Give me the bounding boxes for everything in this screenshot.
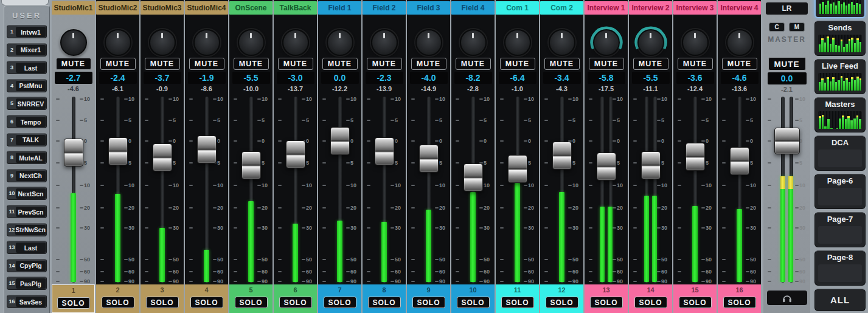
fader-cap[interactable] [464, 163, 483, 191]
solo-button[interactable]: SOLO [590, 297, 623, 308]
channel-footer[interactable]: 5 SOLO [229, 284, 273, 313]
fader-area[interactable]: 10505102030506090 [496, 94, 539, 286]
channel-footer[interactable]: 8 SOLO [363, 284, 406, 313]
solo-button[interactable]: SOLO [368, 297, 401, 308]
channel-footer[interactable]: 9 SOLO [407, 284, 450, 313]
fader-cap[interactable] [108, 137, 128, 165]
channel-strip-15[interactable]: Interview 3 MUTE -3.6 -12.4 105051020305… [673, 0, 717, 313]
channel-footer[interactable]: 10 SOLO [451, 284, 495, 313]
solo-button[interactable]: SOLO [102, 297, 134, 308]
mute-button[interactable]: MUTE [456, 58, 491, 70]
pan-knob[interactable] [412, 24, 446, 58]
channel-strip-3[interactable]: StudioMic3 MUTE -3.7 -0.9 10505102030506… [141, 0, 184, 313]
fader-area[interactable]: 10505102030506090 [363, 94, 406, 286]
pan-knob[interactable] [323, 24, 357, 58]
user-button-muteal[interactable]: 8MuteAL [7, 151, 47, 164]
fader-area[interactable]: 10505102030506090 [407, 94, 450, 286]
master-c-button[interactable]: C [769, 22, 785, 32]
headphones-button[interactable] [767, 291, 807, 305]
mute-button[interactable]: MUTE [234, 58, 269, 70]
mute-button[interactable]: MUTE [633, 58, 668, 70]
solo-button[interactable]: SOLO [501, 297, 534, 308]
user-button-savses[interactable]: 16SavSes [7, 295, 47, 308]
user-button-talk[interactable]: 7TALK [7, 133, 47, 146]
view-tile-page-7[interactable]: Page-7 [814, 212, 866, 247]
user-button-last[interactable]: 13Last [7, 241, 47, 254]
channel-footer[interactable]: 1 SOLO [52, 284, 95, 313]
master-m-button[interactable]: M [789, 22, 805, 32]
channel-strip-8[interactable]: Field 2 MUTE -2.3 -13.9 1050510203050609… [363, 0, 406, 313]
user-button-snrrev[interactable]: 5SNRREV [7, 97, 47, 110]
mute-button[interactable]: MUTE [411, 58, 446, 70]
channel-name-header[interactable]: Com 1 [496, 1, 539, 15]
fader-area[interactable]: 10505102030506090 [540, 94, 583, 286]
fader-area[interactable]: 10505102030506090 [141, 94, 184, 286]
channel-strip-5[interactable]: OnScene MUTE -5.5 -10.0 1050510203050609… [229, 0, 273, 313]
fader-area[interactable]: 10505102030506090 [185, 94, 228, 286]
mute-button[interactable]: MUTE [722, 58, 757, 70]
solo-button[interactable]: SOLO [412, 297, 445, 308]
channel-strip-9[interactable]: Field 3 MUTE -4.0 -14.9 1050510203050609… [407, 0, 450, 313]
fader-cap[interactable] [375, 137, 394, 165]
mute-button[interactable]: MUTE [145, 58, 180, 70]
fader-cap[interactable] [241, 151, 261, 179]
channel-footer[interactable]: 15 SOLO [673, 284, 717, 313]
user-button-cpyplg[interactable]: 14CpyPlg [7, 259, 47, 272]
channel-name-header[interactable]: StudioMic4 [185, 1, 228, 15]
user-button-nextch[interactable]: 9NextCh [7, 169, 47, 182]
master-strip[interactable]: LR C M MASTER MUTE 0.0 -2.1 105051020305… [763, 0, 810, 313]
channel-name-header[interactable]: StudioMic2 [96, 1, 139, 15]
view-tile-page-8[interactable]: Page-8 [814, 250, 866, 286]
mute-button[interactable]: MUTE [278, 58, 313, 70]
channel-name-header[interactable]: Interview 1 [585, 1, 628, 15]
channel-name-header[interactable]: StudioMic1 [52, 1, 95, 15]
fader-area[interactable]: 10505102030506090 [629, 94, 672, 286]
pan-knob[interactable] [190, 24, 224, 58]
solo-button[interactable]: SOLO [57, 297, 90, 309]
pan-knob[interactable] [145, 24, 179, 58]
mute-button[interactable]: MUTE [189, 58, 224, 70]
channel-strip-11[interactable]: Com 1 MUTE -6.4 -1.0 10505102030506090 1… [496, 0, 539, 313]
channel-strip-10[interactable]: Field 4 MUTE -8.2 -2.8 10505102030506090… [451, 0, 495, 313]
fader-cap[interactable] [419, 145, 439, 173]
master-header[interactable]: LR [766, 2, 808, 15]
fader-cap[interactable] [597, 153, 616, 181]
channel-footer[interactable]: 6 SOLO [274, 284, 317, 313]
mute-button[interactable]: MUTE [322, 58, 358, 70]
channel-strip-14[interactable]: Interview 2 MUTE -5.5 -11.1 105051020305… [629, 0, 672, 313]
user-button-pasplg[interactable]: 15PasPlg [7, 277, 47, 290]
solo-button[interactable]: SOLO [279, 297, 312, 308]
channel-strip-12[interactable]: Com 2 MUTE -3.4 -4.3 10505102030506090 1… [540, 0, 583, 313]
fader-area[interactable]: 10505102030506090 [451, 94, 495, 286]
pan-knob[interactable] [634, 24, 668, 58]
channel-strip-13[interactable]: Interview 1 MUTE -5.8 -17.5 105051020305… [585, 0, 628, 313]
mute-button[interactable]: MUTE [544, 58, 580, 70]
solo-button[interactable]: SOLO [634, 297, 667, 308]
fader-area[interactable]: 10505102030506090 [96, 94, 139, 286]
channel-footer[interactable]: 12 SOLO [540, 284, 583, 313]
channel-footer[interactable]: 4 SOLO [185, 284, 228, 313]
pan-knob[interactable] [456, 24, 490, 58]
channel-name-header[interactable]: StudioMic3 [141, 1, 184, 15]
fader-cap[interactable] [774, 128, 800, 154]
channel-name-header[interactable]: Interview 2 [629, 1, 672, 15]
fader-area[interactable]: 10505102030506090 [318, 94, 361, 286]
fader-area[interactable]: 10505102030506090 [274, 94, 317, 286]
pan-knob[interactable] [57, 24, 91, 58]
solo-button[interactable]: SOLO [190, 297, 223, 308]
mute-button[interactable]: MUTE [367, 58, 402, 70]
master-mute-button[interactable]: MUTE [768, 57, 806, 71]
channel-strip-16[interactable]: Interview 4 MUTE -4.6 -13.6 105051020305… [718, 0, 761, 313]
fader-area[interactable]: 10505102030506090 [229, 94, 273, 286]
pan-knob[interactable] [101, 24, 135, 58]
channel-footer[interactable]: 13 SOLO [585, 284, 628, 313]
mute-button[interactable]: MUTE [500, 58, 535, 70]
mute-button[interactable]: MUTE [678, 58, 713, 70]
channel-name-header[interactable]: Field 3 [407, 1, 450, 15]
user-button-pstmnu[interactable]: 4PstMnu [7, 79, 47, 92]
solo-button[interactable]: SOLO [723, 297, 756, 308]
fader-cap[interactable] [197, 136, 217, 163]
view-tile-channels[interactable] [814, 0, 866, 18]
pan-knob[interactable] [589, 24, 623, 58]
view-tile-masters[interactable]: Masters [814, 97, 866, 132]
